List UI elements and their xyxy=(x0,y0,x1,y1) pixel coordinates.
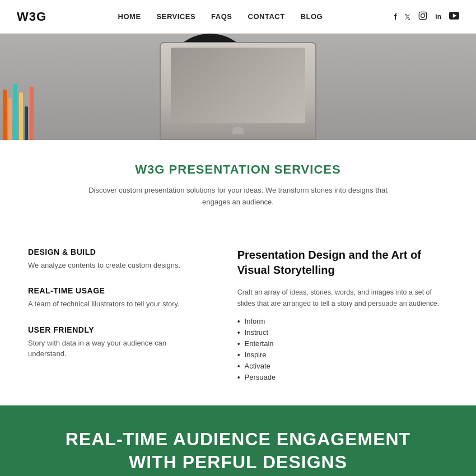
right-column: Presentation Design and the Art of Visua… xyxy=(237,248,448,383)
feature-desc-1: We analyze contents to create custom des… xyxy=(28,260,204,271)
bullet-activate: Activate xyxy=(237,361,448,372)
linkedin-icon[interactable]: in xyxy=(435,13,441,21)
services-title: W3G PRESENTATION SERVICES xyxy=(34,162,442,177)
feature-title-2: REAL-TIME USAGE xyxy=(28,286,204,295)
feature-design-build: DESIGN & BUILD We analyze contents to cr… xyxy=(28,248,204,271)
hero-section xyxy=(0,34,476,140)
bullet-instruct: Instruct xyxy=(237,327,448,338)
bullet-inform: Inform xyxy=(237,316,448,327)
right-panel-heading: Presentation Design and the Art of Visua… xyxy=(237,248,448,278)
feature-title-1: DESIGN & BUILD xyxy=(28,248,204,256)
nav-contact[interactable]: CONTACT xyxy=(248,12,285,21)
svg-rect-0 xyxy=(419,12,427,19)
feature-desc-2: A team of technical illustrators to tell… xyxy=(28,298,204,310)
youtube-icon[interactable] xyxy=(449,12,459,21)
facebook-icon[interactable]: f xyxy=(394,12,397,21)
pencil-container xyxy=(3,73,34,140)
feature-desc-3: Story with data in a way your audience c… xyxy=(28,338,204,360)
feature-title-3: USER FRIENDLY xyxy=(28,325,204,334)
feature-user-friendly: USER FRIENDLY Story with data in a way y… xyxy=(28,325,204,360)
green-banner: REAL-TIME AUDIENCE ENGAGEMENT WITH PERFU… xyxy=(0,405,476,476)
right-panel-desc: Craft an array of ideas, stories, words,… xyxy=(237,287,448,309)
site-logo: W3G xyxy=(17,10,46,24)
bullet-list: Inform Instruct Entertain Inspire Activa… xyxy=(237,316,448,383)
services-section: W3G PRESENTATION SERVICES Discover custo… xyxy=(0,140,476,242)
laptop-image xyxy=(160,42,316,140)
bullet-entertain: Entertain xyxy=(237,338,448,349)
left-column: DESIGN & BUILD We analyze contents to cr… xyxy=(28,248,204,383)
nav-blog[interactable]: BLOG xyxy=(301,12,323,21)
main-nav: HOME SERVICES FAQS CONTACT BLOG xyxy=(118,12,323,21)
banner-line2: WITH PERFUL DESIGNS xyxy=(34,451,442,474)
bullet-inspire: Inspire xyxy=(237,349,448,361)
instagram-icon[interactable] xyxy=(418,11,427,22)
nav-faqs[interactable]: FAQS xyxy=(211,12,232,21)
twitter-icon[interactable]: 𝕏 xyxy=(404,12,410,21)
banner-line1: REAL-TIME AUDIENCE ENGAGEMENT xyxy=(34,428,442,451)
site-header: W3G HOME SERVICES FAQS CONTACT BLOG f 𝕏 … xyxy=(0,0,476,34)
social-icons-group: f 𝕏 in xyxy=(394,11,459,22)
feature-realtime: REAL-TIME USAGE A team of technical illu… xyxy=(28,286,204,310)
svg-point-2 xyxy=(424,13,425,14)
svg-point-1 xyxy=(421,14,425,18)
nav-services[interactable]: SERVICES xyxy=(157,12,196,21)
content-grid: DESIGN & BUILD We analyze contents to cr… xyxy=(0,242,476,400)
services-subtitle: Discover custom presentation solutions f… xyxy=(81,185,395,208)
bullet-persuade: Persuade xyxy=(237,372,448,383)
nav-home[interactable]: HOME xyxy=(118,12,141,21)
